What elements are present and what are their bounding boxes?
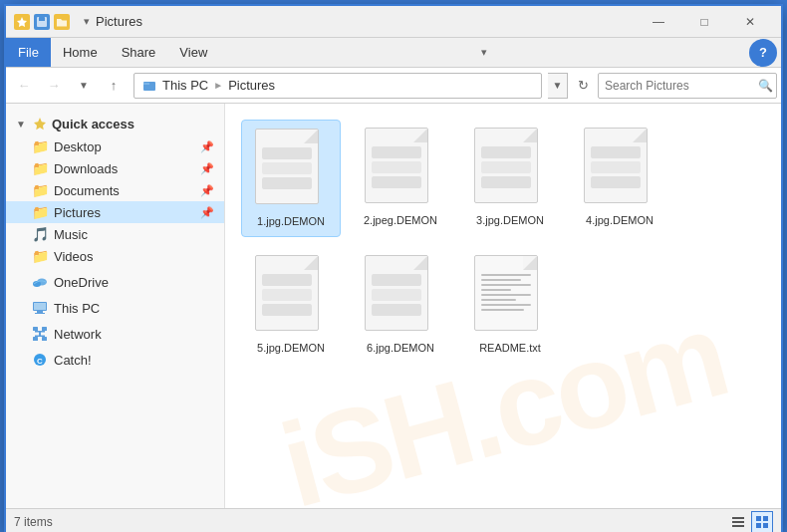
menu-file[interactable]: File [6,38,51,67]
sidebar-item-videos[interactable]: 📁 Videos [6,245,224,267]
svg-rect-25 [763,523,768,528]
menu-view[interactable]: View [167,38,219,67]
search-box[interactable]: 🔍 [598,73,777,99]
list-view-button[interactable] [727,511,749,533]
close-button[interactable]: ✕ [727,6,773,38]
file-item[interactable]: 1.jpg.DEMON [241,120,341,237]
up-button[interactable]: ↑ [100,72,128,100]
sidebar-item-downloads[interactable]: 📁 Downloads 📌 [6,157,224,179]
window-controls: — □ ✕ [636,6,773,38]
thispc-icon [32,300,48,316]
file-item[interactable]: README.txt [460,247,560,363]
file-item[interactable]: 3.jpg.DEMON [460,120,560,237]
sidebar-section-quick-access: ▼ Quick access 📁 Desktop 📌 📁 Downloads 📌… [6,112,224,267]
svg-rect-19 [732,517,744,519]
sidebar-item-music-label: Music [54,227,88,242]
file-item[interactable]: 6.jpg.DEMON [351,247,450,363]
svg-rect-23 [763,516,768,521]
file-icon [365,128,436,207]
path-pictures[interactable]: Pictures [228,78,275,93]
file-page [255,129,319,204]
sidebar-item-catch[interactable]: C Catch! [6,349,224,371]
status-bar: 7 items [6,508,781,532]
file-name: 5.jpg.DEMON [257,341,325,355]
folder-icon: 📁 [32,138,48,154]
folder-icon: 📁 [32,160,48,176]
sidebar-item-documents-label: Documents [54,183,120,198]
music-icon: 🎵 [32,226,48,242]
back-button[interactable]: ← [10,72,38,100]
sidebar-section-onedrive: OneDrive [6,271,224,293]
sidebar-item-thispc[interactable]: This PC [6,297,224,319]
minimize-button[interactable]: — [636,6,681,38]
svg-rect-15 [35,331,45,333]
sidebar-item-network[interactable]: Network [6,323,224,345]
main-content: ▼ Quick access 📁 Desktop 📌 📁 Downloads 📌… [6,104,781,508]
path-thispc[interactable]: This PC [162,78,208,93]
file-item[interactable]: 2.jpeg.DEMON [351,120,450,237]
sidebar-item-music[interactable]: 🎵 Music [6,223,224,245]
menu-chevron[interactable]: ▾ [473,46,495,59]
file-name: 1.jpg.DEMON [257,214,325,228]
help-button[interactable]: ? [749,39,777,67]
pin-icon: 📌 [200,162,214,175]
file-name: 6.jpg.DEMON [367,341,434,355]
file-lines [481,274,531,311]
sidebar-item-network-label: Network [54,327,102,342]
file-item[interactable]: 4.jpg.DEMON [570,120,669,237]
file-icon [584,128,656,207]
svg-rect-21 [732,525,744,527]
title-bar-icons [14,14,70,30]
sidebar-item-desktop[interactable]: 📁 Desktop 📌 [6,135,224,157]
sidebar-item-documents[interactable]: 📁 Documents 📌 [6,179,224,201]
explorer-window: ▾ Pictures — □ ✕ File Home Share View ▾ … [4,4,783,532]
menu-home[interactable]: Home [51,38,110,67]
search-icon[interactable]: 🔍 [758,79,773,93]
address-dropdown-button[interactable]: ▼ [548,73,568,99]
file-icon [255,129,327,208]
maximize-button[interactable]: □ [681,6,727,38]
dropdown-recent-button[interactable]: ▼ [70,72,98,100]
file-icon [255,255,327,335]
sidebar-item-onedrive[interactable]: OneDrive [6,271,224,293]
file-name: 2.jpeg.DEMON [364,213,437,227]
sidebar-item-downloads-label: Downloads [54,161,118,176]
file-page [474,255,538,331]
file-item[interactable]: 5.jpg.DEMON [241,247,341,363]
search-input[interactable] [605,79,754,93]
svg-rect-7 [34,303,46,310]
pin-icon: 📌 [200,140,214,153]
file-icon [474,128,546,207]
svg-rect-11 [42,327,47,331]
forward-button[interactable]: → [40,72,68,100]
file-page [474,128,538,203]
menu-bar: File Home Share View ▾ ? [6,38,781,68]
file-name: 3.jpg.DEMON [476,213,544,227]
sidebar-quick-access-header[interactable]: ▼ Quick access [6,112,224,135]
folder-icon: 📁 [32,182,48,198]
file-name: README.txt [479,341,541,355]
large-icons-view-button[interactable] [751,511,773,533]
sidebar-item-pictures-label: Pictures [54,205,101,220]
pin-icon: 📌 [200,184,214,197]
menu-share[interactable]: Share [110,38,168,67]
sidebar-item-onedrive-label: OneDrive [54,275,109,290]
ribbon-toggle[interactable]: ▾ [84,15,90,28]
file-content-lines [262,147,312,189]
file-icon [365,255,436,335]
list-view-icon [731,515,745,529]
file-name: 4.jpg.DEMON [586,213,654,227]
onedrive-icon [32,274,48,290]
file-page [365,128,428,203]
refresh-button[interactable]: ↻ [570,73,596,99]
svg-text:C: C [37,357,43,366]
svg-rect-20 [732,521,744,523]
sidebar-section-catch: C Catch! [6,349,224,371]
save-icon [34,14,50,30]
sidebar-item-pictures[interactable]: 📁 Pictures 📌 [6,201,224,223]
quick-access-icon [14,14,30,30]
title-bar: ▾ Pictures — □ ✕ [6,6,781,38]
chevron-down-icon: ▼ [16,119,26,130]
file-page [584,128,648,203]
address-path[interactable]: This PC ► Pictures [133,73,542,99]
